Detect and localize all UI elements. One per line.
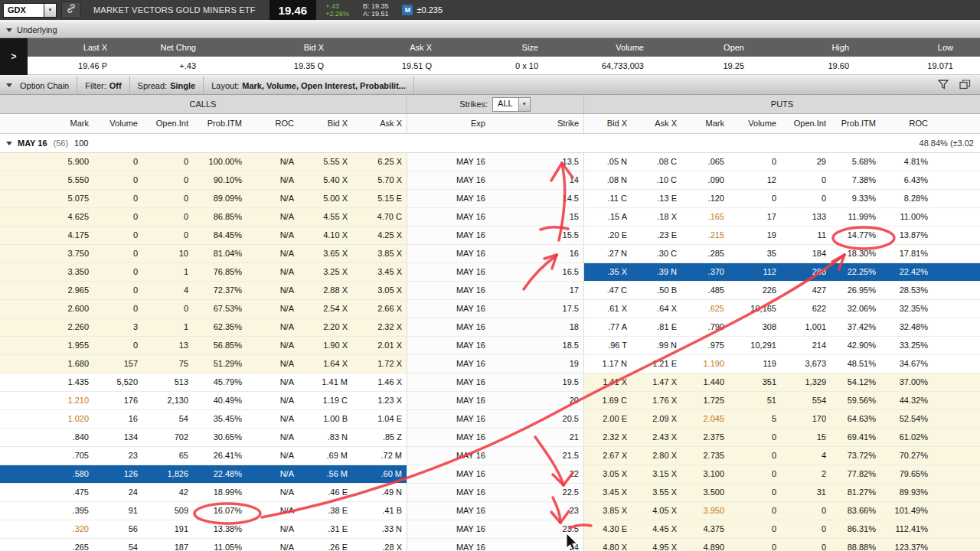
call-openint-cell[interactable]: 1,826 xyxy=(142,465,193,483)
put-probitm-cell[interactable]: 37.42% xyxy=(831,318,880,336)
option-row[interactable]: 5.90000100.00%N/A5.55 X6.25 XMAY 1613.5.… xyxy=(0,153,980,171)
strike-cell[interactable]: 13.5 xyxy=(490,153,583,171)
call-col-volume[interactable]: Volume xyxy=(93,114,142,133)
option-row[interactable]: 5.5500090.10%N/A5.40 X5.70 XMAY 1614.08 … xyxy=(0,171,980,190)
put-openint-cell[interactable]: 1,329 xyxy=(781,373,831,391)
put-mark-cell[interactable]: 2.375 xyxy=(681,429,729,446)
put-probitm-cell[interactable]: 69.41% xyxy=(831,429,880,446)
put-ask-cell[interactable]: 3.55 X xyxy=(632,484,681,501)
row-gutter-cell[interactable] xyxy=(20,245,40,262)
row-gutter-cell[interactable] xyxy=(0,392,20,409)
call-bid-cell[interactable]: 1.41 M xyxy=(299,373,352,391)
exp-cell[interactable]: MAY 16 xyxy=(407,153,490,171)
put-openint-cell[interactable]: 133 xyxy=(781,208,831,226)
put-volume-cell[interactable]: 12 xyxy=(729,171,781,189)
put-roc-cell[interactable]: 13.87% xyxy=(880,227,933,244)
call-ask-cell[interactable]: .85 Z xyxy=(352,429,407,446)
exp-cell[interactable]: MAY 16 xyxy=(407,392,490,409)
strike-cell[interactable]: 17.5 xyxy=(490,300,583,318)
option-row[interactable]: 2.6000067.53%N/A2.54 X2.66 XMAY 1617.5.6… xyxy=(0,300,980,318)
option-row[interactable]: .3205619113.38%N/A.31 E.33 NMAY 1623.54.… xyxy=(0,520,980,539)
put-openint-cell[interactable]: 184 xyxy=(781,245,831,262)
exp-cell[interactable]: MAY 16 xyxy=(407,410,490,428)
call-col-bid-x[interactable]: Bid X xyxy=(299,114,352,133)
call-openint-cell[interactable]: 191 xyxy=(142,520,193,538)
row-gutter-cell[interactable] xyxy=(0,190,20,207)
call-bid-cell[interactable]: .69 M xyxy=(299,447,352,465)
call-roc-cell[interactable]: N/A xyxy=(247,282,299,299)
call-volume-cell[interactable]: 16 xyxy=(93,410,142,428)
option-row[interactable]: 2.2603162.35%N/A2.20 X2.32 XMAY 1618.77 … xyxy=(0,318,980,337)
put-volume-cell[interactable]: 308 xyxy=(729,318,781,336)
put-roc-cell[interactable]: 79.65% xyxy=(880,465,933,483)
put-ask-cell[interactable]: 2.09 X xyxy=(632,410,681,428)
strike-cell[interactable]: 23.5 xyxy=(490,520,583,538)
put-bid-cell[interactable]: 2.67 X xyxy=(584,447,632,465)
call-bid-cell[interactable]: 1.90 X xyxy=(299,337,352,354)
put-roc-cell[interactable]: 61.02% xyxy=(880,429,933,446)
call-bid-cell[interactable]: .38 E xyxy=(299,502,352,520)
call-probitm-cell[interactable]: 30.65% xyxy=(193,429,247,446)
row-gutter-cell[interactable] xyxy=(0,447,20,465)
call-mark-cell[interactable]: .320 xyxy=(40,520,93,538)
call-ask-cell[interactable]: 1.46 X xyxy=(352,373,407,391)
put-col-roc[interactable]: ROC xyxy=(880,114,933,133)
option-row[interactable]: 2.9650472.37%N/A2.88 X3.05 XMAY 1617.47 … xyxy=(0,282,980,300)
option-row[interactable]: 3.3500176.85%N/A3.25 X3.45 XMAY 1616.5.3… xyxy=(0,263,980,282)
option-row[interactable]: 4.6250086.85%N/A4.55 X4.70 CMAY 1615.15 … xyxy=(0,208,980,227)
put-openint-cell[interactable]: 0 xyxy=(781,539,831,551)
strike-cell[interactable]: 18.5 xyxy=(490,337,583,354)
call-ask-cell[interactable]: 1.72 X xyxy=(352,355,407,373)
call-openint-cell[interactable]: 0 xyxy=(142,171,193,189)
put-ask-cell[interactable]: 4.95 X xyxy=(632,539,681,551)
put-roc-cell[interactable]: 101.49% xyxy=(880,502,933,520)
call-bid-cell[interactable]: 2.88 X xyxy=(299,282,352,299)
call-bid-cell[interactable]: 4.10 X xyxy=(299,227,352,244)
call-roc-cell[interactable]: N/A xyxy=(247,410,299,428)
row-gutter-cell[interactable] xyxy=(0,153,20,171)
row-gutter-cell[interactable] xyxy=(20,282,40,299)
strike-cell[interactable]: 20 xyxy=(490,392,583,409)
call-volume-cell[interactable]: 91 xyxy=(93,502,142,520)
put-probitm-cell[interactable]: 5.68% xyxy=(831,153,880,171)
row-gutter-cell[interactable] xyxy=(0,465,20,483)
put-ask-cell[interactable]: 1.47 X xyxy=(632,373,681,391)
call-ask-cell[interactable]: .49 N xyxy=(352,484,407,501)
put-ask-cell[interactable]: .18 X xyxy=(632,208,681,226)
put-ask-cell[interactable]: 4.05 X xyxy=(632,502,681,520)
option-row[interactable]: 1.6801577551.29%N/A1.64 X1.72 XMAY 16191… xyxy=(0,355,980,373)
call-bid-cell[interactable]: .56 M xyxy=(299,465,352,483)
option-row[interactable]: 3.75001081.04%N/A3.65 X3.85 XMAY 1616.27… xyxy=(0,245,980,263)
row-gutter-cell[interactable] xyxy=(0,410,20,428)
call-probitm-cell[interactable]: 22.48% xyxy=(193,465,247,483)
call-probitm-cell[interactable]: 26.41% xyxy=(193,447,247,465)
expiration-group-row[interactable]: MAY 16 (56) 100 48.84% (±3.02 xyxy=(0,134,980,153)
call-roc-cell[interactable]: N/A xyxy=(247,373,299,391)
option-chain-toggle[interactable]: Option Chain xyxy=(0,77,77,94)
exp-cell[interactable]: MAY 16 xyxy=(407,465,490,483)
call-bid-cell[interactable]: 5.00 X xyxy=(299,190,352,207)
exp-cell[interactable]: MAY 16 xyxy=(407,373,490,391)
put-probitm-cell[interactable]: 59.56% xyxy=(831,392,880,409)
call-volume-cell[interactable]: 0 xyxy=(93,171,142,189)
put-ask-cell[interactable]: 2.43 X xyxy=(632,429,681,446)
call-volume-cell[interactable]: 0 xyxy=(93,208,142,226)
option-row[interactable]: .475244218.99%N/A.46 E.49 NMAY 1622.53.4… xyxy=(0,484,980,502)
call-col-prob-itm[interactable]: Prob.ITM xyxy=(193,114,247,133)
call-probitm-cell[interactable]: 56.85% xyxy=(193,337,247,354)
put-col-open-int[interactable]: Open.Int xyxy=(781,114,831,133)
row-gutter-cell[interactable] xyxy=(20,337,40,354)
call-openint-cell[interactable]: 54 xyxy=(142,410,193,428)
exp-cell[interactable]: MAY 16 xyxy=(407,447,490,465)
put-roc-cell[interactable]: 123.37% xyxy=(880,539,933,551)
put-mark-cell[interactable]: .215 xyxy=(681,227,729,244)
call-mark-cell[interactable]: 2.600 xyxy=(40,300,93,318)
option-row[interactable]: 1.020165435.45%N/A1.00 B1.04 EMAY 1620.5… xyxy=(0,410,980,429)
call-probitm-cell[interactable]: 45.79% xyxy=(193,373,247,391)
strike-cell[interactable]: 19 xyxy=(490,355,583,373)
row-gutter-cell[interactable] xyxy=(0,318,20,336)
call-mark-cell[interactable]: 5.900 xyxy=(40,153,93,171)
put-volume-cell[interactable]: 35 xyxy=(729,245,781,262)
call-ask-cell[interactable]: 2.01 X xyxy=(352,337,407,354)
call-probitm-cell[interactable]: 84.45% xyxy=(193,227,247,244)
